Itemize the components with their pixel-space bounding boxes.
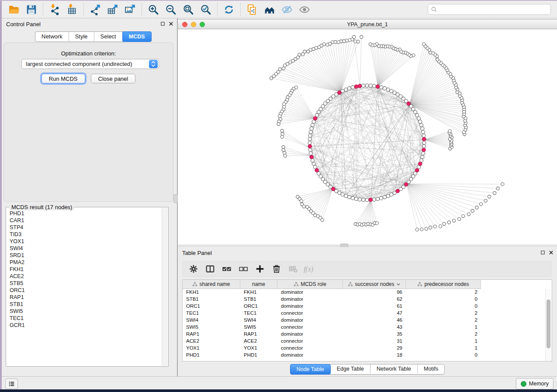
settings-button[interactable] xyxy=(186,262,201,275)
table-row[interactable]: YOX1YOX1connector291 xyxy=(183,344,546,351)
function-builder-icon: f(x) xyxy=(303,264,317,274)
close-panel-button[interactable]: Close panel xyxy=(91,74,136,83)
mcds-result-item[interactable]: ACE2 xyxy=(10,273,161,280)
network-graph[interactable] xyxy=(178,29,557,244)
duplicate-network-button[interactable] xyxy=(243,3,261,17)
mcds-result-item[interactable]: STB1 xyxy=(10,301,161,308)
zoom-in-button[interactable] xyxy=(145,3,162,17)
import-table-icon xyxy=(66,4,78,15)
table-row[interactable]: ACE2ACE2connector311 xyxy=(183,337,546,344)
mcds-result-item[interactable]: SWI5 xyxy=(10,308,161,315)
zoom-fit-button[interactable] xyxy=(180,3,197,17)
mcds-result-item[interactable]: STP4 xyxy=(10,224,161,231)
column-header-predecessor-nodes[interactable]: predecessor nodes xyxy=(406,280,481,289)
mcds-result-item[interactable]: GCR1 xyxy=(10,322,161,329)
first-neighbors-button[interactable] xyxy=(261,3,278,17)
tab-motifs[interactable]: Motifs xyxy=(418,364,444,374)
float-panel-icon[interactable] xyxy=(160,21,165,26)
column-header-MCDS-role[interactable]: MCDS role xyxy=(277,280,343,289)
svg-text:f(x): f(x) xyxy=(304,265,313,273)
column-label: successor nodes xyxy=(355,281,394,287)
column-label: predecessor nodes xyxy=(424,281,469,287)
memory-button[interactable]: Memory xyxy=(516,378,554,389)
table-row[interactable]: TEC1TEC1connector472 xyxy=(183,309,546,316)
tab-node-table[interactable]: Node Table xyxy=(290,364,331,375)
tab-mcds[interactable]: MCDS xyxy=(122,31,152,42)
tab-select[interactable]: Select xyxy=(94,32,123,41)
select-all-button[interactable] xyxy=(219,262,234,275)
select-stepper-icon xyxy=(149,60,158,68)
add-row-button[interactable] xyxy=(253,262,267,275)
mcds-result-item[interactable]: YOX1 xyxy=(10,238,161,245)
network-window-titlebar[interactable]: YPA_prune.txt_1 xyxy=(178,19,557,29)
table-row[interactable]: PHD1PHD1dominator180 xyxy=(183,351,546,358)
search-input[interactable] xyxy=(437,6,550,13)
mcds-result-item[interactable]: TID3 xyxy=(10,231,161,238)
tab-style[interactable]: Style xyxy=(69,32,94,41)
tab-network[interactable]: Network xyxy=(35,32,69,41)
network-area: YPA_prune.txt_1 Table Panel f(x) shared … xyxy=(178,18,557,376)
zoom-selected-button[interactable] xyxy=(197,3,214,17)
mcds-result-item[interactable]: SWI4 xyxy=(10,245,161,252)
table-cell: YOX1 xyxy=(240,344,277,351)
show-commands-button[interactable] xyxy=(5,378,18,389)
table-row[interactable]: ORC1ORC1dominator610 xyxy=(183,303,546,309)
table-header-row: shared namenameMCDS rolesuccessor nodesp… xyxy=(183,280,481,289)
toolbar-separator xyxy=(43,3,43,16)
mcds-result-item[interactable]: STB5 xyxy=(10,280,161,287)
table-cell: STB1 xyxy=(240,296,277,303)
mcds-result-item[interactable]: SRD1 xyxy=(10,252,161,259)
mcds-result-item[interactable]: CAR1 xyxy=(10,217,161,224)
zoom-out-button[interactable] xyxy=(162,3,180,17)
export-image-button[interactable] xyxy=(121,3,139,17)
table-scrollbar[interactable] xyxy=(545,289,552,361)
mcds-result-item[interactable]: FKH1 xyxy=(10,266,161,273)
mcds-result-item[interactable]: PHD1 xyxy=(10,210,161,217)
open-session-button[interactable] xyxy=(5,3,23,17)
float-table-panel-icon[interactable] xyxy=(540,250,545,255)
network-canvas[interactable] xyxy=(178,29,557,244)
save-session-button[interactable] xyxy=(23,3,40,17)
unselect-all-icon xyxy=(239,264,248,274)
show-all-button[interactable] xyxy=(296,3,313,17)
table-cell: ACE2 xyxy=(183,337,240,344)
delete-selected-button[interactable] xyxy=(269,262,284,275)
hide-selected-button[interactable] xyxy=(278,3,296,17)
column-header-successor-nodes[interactable]: successor nodes xyxy=(343,280,406,289)
vertical-splitter-handle[interactable] xyxy=(173,194,178,203)
table-row[interactable]: RAP1RAP1dominator352 xyxy=(183,330,546,337)
criterion-select[interactable]: largest connected component (undirected) xyxy=(21,59,159,69)
export-table-button[interactable] xyxy=(104,3,121,17)
import-table-button[interactable] xyxy=(63,3,81,17)
mcds-result-item[interactable]: ORC1 xyxy=(10,287,161,294)
export-network-button[interactable] xyxy=(86,3,104,17)
mcds-result-item[interactable]: RAP1 xyxy=(10,294,161,301)
table-row[interactable]: FKH1FKH1dominator962 xyxy=(183,289,546,296)
search-box[interactable] xyxy=(428,4,551,15)
mcds-result-item[interactable]: TEC1 xyxy=(10,315,161,322)
column-header-name[interactable]: name xyxy=(240,280,277,289)
tab-edge-table[interactable]: Edge Table xyxy=(331,364,370,374)
import-network-button[interactable] xyxy=(46,3,63,17)
table-row[interactable]: STB1STB1dominator620 xyxy=(183,296,546,303)
duplicate-network-icon xyxy=(246,4,258,15)
close-table-panel-icon[interactable] xyxy=(549,250,554,255)
tab-network-table[interactable]: Network Table xyxy=(370,364,418,374)
close-panel-icon[interactable] xyxy=(169,21,173,26)
mcds-result-item[interactable]: PMA2 xyxy=(10,259,161,266)
delete-column-button xyxy=(286,262,301,275)
split-panel-button[interactable] xyxy=(203,262,218,275)
run-mcds-button[interactable]: Run MCDS xyxy=(42,74,85,83)
unselect-all-button[interactable] xyxy=(236,262,251,275)
mcds-result-list[interactable]: PHD1CAR1STP4TID3YOX1SWI4SRD1PMA2FKH1ACE2… xyxy=(6,210,161,365)
table-row[interactable]: SWI4SWI4dominator462 xyxy=(183,316,546,323)
node-table: shared namenameMCDS rolesuccessor nodesp… xyxy=(182,279,552,361)
table-cell: dominator xyxy=(277,351,343,358)
table-cell: FKH1 xyxy=(240,289,277,296)
table-scrollbar-thumb[interactable] xyxy=(547,299,550,348)
table-cell: 1 xyxy=(406,344,481,351)
column-header-shared-name[interactable]: shared name xyxy=(183,280,240,289)
refresh-view-button[interactable] xyxy=(220,3,238,17)
table-row[interactable]: SWI5SWI5connector431 xyxy=(183,323,546,330)
mcds-list-scrollbar[interactable] xyxy=(162,208,168,366)
